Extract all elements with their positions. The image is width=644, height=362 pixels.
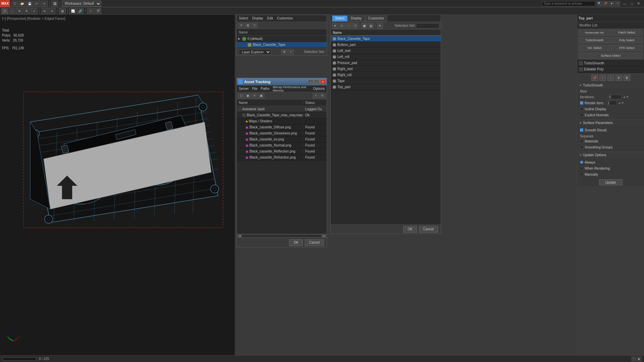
search-input[interactable]: [542, 1, 595, 6]
search-star-icon[interactable]: ★: [609, 1, 614, 6]
close-btn[interactable]: ✕: [637, 1, 640, 6]
align-btn[interactable]: ≡: [49, 8, 55, 14]
smooth-result-checkbox[interactable]: [580, 128, 583, 132]
modifier-editable-poly[interactable]: Editable Poly: [578, 66, 643, 72]
render-iters-spinner[interactable]: ▲▼: [618, 101, 624, 105]
scene-col2-icon[interactable]: ▤: [368, 23, 374, 29]
scene-tab-customize[interactable]: Customize: [365, 15, 387, 21]
select-region-btn[interactable]: ⬚: [9, 8, 15, 14]
edpoly-checkbox[interactable]: [579, 68, 583, 71]
render-iters-input[interactable]: [607, 101, 617, 105]
scene-obj-presspad[interactable]: Pressue_pad: [331, 60, 441, 66]
toolbar-filter-icon[interactable]: ▽: [252, 23, 258, 28]
scene-obj-leftreel[interactable]: Left_reel: [331, 48, 441, 54]
undo-btn[interactable]: ↩: [34, 1, 40, 7]
select-obj-btn[interactable]: ↗: [1, 8, 8, 14]
rotate-btn[interactable]: ↻: [23, 8, 30, 14]
menu-edit[interactable]: Edit: [267, 16, 273, 20]
save-btn[interactable]: 💾: [26, 1, 33, 7]
scene-tab-select[interactable]: Select: [332, 15, 347, 21]
tracking-row-normal[interactable]: ▣ Black_cassette_Normal.png Found: [237, 142, 327, 148]
workspace-dropdown[interactable]: Workspace: Default: [62, 1, 101, 7]
footer-icon2[interactable]: +: [288, 49, 294, 55]
tracking-row-maxfile[interactable]: ⬛ Black_Cassette_Tape_max_vray.max Ok: [237, 112, 327, 118]
scene-tab-display[interactable]: Display: [348, 15, 365, 21]
fpd-select-btn[interactable]: FPD Select: [611, 45, 643, 51]
surface-params-header[interactable]: Surface Parameters: [577, 120, 644, 126]
hscroll-right[interactable]: ▶: [322, 234, 326, 238]
update-btn[interactable]: Update: [599, 179, 623, 185]
tmenu-server[interactable]: Server: [239, 87, 249, 90]
scene-obj-leftroll[interactable]: Left_roll: [331, 54, 441, 60]
render-btn[interactable]: 🎬: [95, 8, 101, 14]
layer-row-default[interactable]: ▶ 0 (default): [237, 36, 327, 42]
redo-btn[interactable]: ↪: [41, 1, 48, 7]
tmenu-paths[interactable]: Paths: [261, 87, 270, 90]
track-tool2[interactable]: ▦: [245, 93, 251, 99]
mirror-btn[interactable]: ⇔: [41, 8, 48, 14]
scene-cancel-btn[interactable]: Cancel: [419, 226, 438, 233]
scene-col1-icon[interactable]: ▦: [361, 23, 367, 29]
mod-delete-btn[interactable]: 🗑: [624, 75, 630, 81]
when-rendering-radio[interactable]: [580, 167, 583, 170]
minimize-btn[interactable]: —: [623, 2, 627, 6]
scene-obj-toppart[interactable]: Top_part: [331, 84, 441, 90]
vol-select-btn[interactable]: Vol. Select: [579, 45, 610, 51]
menu-select[interactable]: Select: [239, 16, 248, 20]
scene-obj-rightreel[interactable]: Right_reel: [331, 66, 441, 72]
schematic-btn[interactable]: 🔗: [77, 8, 84, 14]
track-refresh[interactable]: ↻: [319, 93, 325, 99]
tracking-row-maps[interactable]: ◆ Maps / Shaders: [237, 118, 327, 124]
mod-pin-btn[interactable]: 📌: [591, 75, 598, 81]
search-icon[interactable]: 🔍: [597, 1, 602, 6]
poly-select-btn[interactable]: Poly Select: [611, 37, 643, 43]
tracking-row-reflection[interactable]: ▣ Black_cassette_Reflection.png Found: [237, 148, 327, 155]
hscroll-track[interactable]: [241, 235, 322, 237]
render-setup-btn[interactable]: 🖼: [51, 1, 58, 7]
tracking-minimize[interactable]: —: [308, 79, 313, 84]
tracking-row-ior[interactable]: ▣ Black_cassette_ior.png Found: [237, 136, 327, 142]
smoothing-groups-checkbox[interactable]: [580, 145, 583, 149]
scale-btn[interactable]: ⤢: [31, 8, 38, 14]
move-btn[interactable]: ✛: [16, 8, 23, 14]
status-icon2[interactable]: ▶: [637, 357, 641, 361]
tracking-restore[interactable]: □: [314, 79, 319, 84]
layer-dropdown[interactable]: Layer Explorer: [239, 49, 271, 55]
surface-select-btn[interactable]: Surface Select: [579, 53, 643, 59]
toolbar-close-icon[interactable]: ✕: [238, 23, 244, 28]
scene-filter-icon[interactable]: ▽: [352, 23, 358, 29]
layer-row-cassette[interactable]: Black_Cassette_Tape: [237, 42, 327, 48]
track-tool4[interactable]: ▣: [258, 93, 264, 99]
status-icon1[interactable]: ⬛: [631, 357, 636, 361]
tracking-close[interactable]: ✕: [320, 79, 325, 84]
curve-editor-btn[interactable]: 📈: [69, 8, 76, 14]
isoline-checkbox[interactable]: [580, 107, 583, 111]
tmenu-bitmap[interactable]: Bitmap Performance and Memory: [273, 85, 310, 92]
track-tool1[interactable]: ☐: [238, 93, 244, 99]
menu-display[interactable]: Display: [252, 16, 263, 20]
mod-config-btn[interactable]: ⚙: [615, 75, 622, 81]
material-editor-btn[interactable]: ⬡: [87, 8, 94, 14]
scene-hierarchy-icon[interactable]: ⬡: [339, 23, 345, 29]
track-help[interactable]: ?: [313, 93, 319, 99]
render-iters-checkbox[interactable]: [580, 101, 583, 105]
patch-select-btn[interactable]: Patch Select: [611, 29, 643, 36]
footer-icon1[interactable]: ⚙: [281, 49, 287, 55]
menu-customize[interactable]: Customize: [277, 16, 293, 20]
scene-close-filter[interactable]: ✕: [332, 23, 338, 29]
scene-obj-rightroll[interactable]: Right_roll: [331, 72, 441, 78]
materials-checkbox[interactable]: [580, 139, 583, 143]
always-radio[interactable]: [580, 161, 583, 164]
modifier-turbosmooh[interactable]: TurboSmooth: [578, 60, 643, 66]
new-btn[interactable]: ☐: [11, 1, 18, 7]
tracking-row-vault[interactable]: ⬡ Autodesk Vault Logged Ou: [237, 106, 327, 112]
open-btn[interactable]: 📂: [19, 1, 25, 7]
tracking-cancel-btn[interactable]: Cancel: [305, 239, 324, 246]
scene-refresh-icon[interactable]: ↻: [377, 23, 383, 29]
tracking-row-refraction[interactable]: ▣ Black_cassette_Refraction.png Found: [237, 155, 327, 161]
tracking-row-diffuse[interactable]: ▣ Black_cassette_Diffuse.png Found: [237, 124, 327, 130]
tmenu-options[interactable]: Options: [313, 87, 325, 90]
maximize-btn[interactable]: □: [631, 2, 633, 6]
search-pin-icon[interactable]: 📌: [603, 1, 608, 6]
scene-obj-bottom[interactable]: Bottom_part: [331, 42, 441, 48]
